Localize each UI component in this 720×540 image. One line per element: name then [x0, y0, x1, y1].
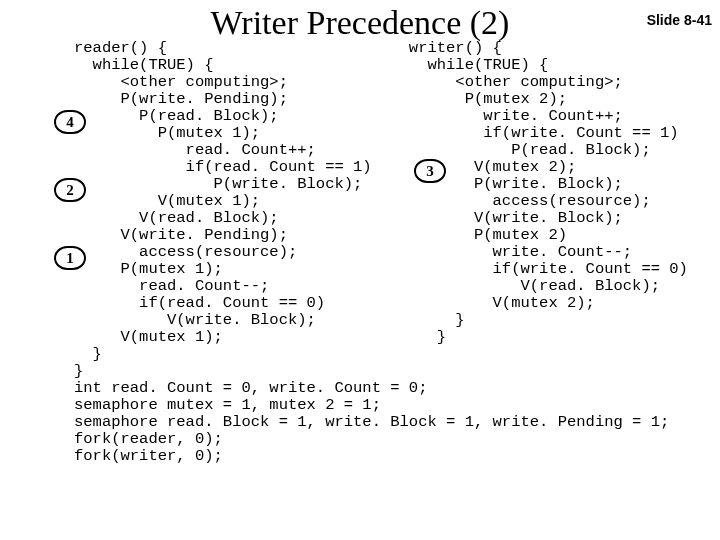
step-badge-3: 3: [414, 159, 446, 183]
code-line: V(write. Pending); P(mutex 2): [74, 226, 567, 244]
code-line: fork(reader, 0);: [74, 430, 223, 448]
code-line: }: [74, 345, 102, 363]
code-line: while(TRUE) { while(TRUE) {: [74, 56, 548, 74]
page-title: Writer Precedence (2): [0, 4, 720, 42]
code-line: reader() { writer() {: [74, 39, 502, 57]
code-block: reader() { writer() { while(TRUE) { whil…: [74, 40, 710, 465]
code-line: fork(writer, 0);: [74, 447, 223, 465]
code-line: read. Count--; V(read. Block);: [74, 277, 660, 295]
slide: Writer Precedence (2) Slide 8-41 reader(…: [0, 0, 720, 540]
code-line: V(mutex 1); }: [74, 328, 446, 346]
code-line: if(read. Count == 1) V(mutex 2);: [74, 158, 576, 176]
code-line: read. Count++; P(read. Block);: [74, 141, 651, 159]
code-line: V(read. Block); V(write. Block);: [74, 209, 623, 227]
slide-number: Slide 8-41: [647, 12, 712, 28]
code-line: semaphore read. Block = 1, write. Block …: [74, 413, 669, 431]
code-line: V(write. Block); }: [74, 311, 465, 329]
code-line: P(mutex 1); if(write. Count == 0): [74, 260, 688, 278]
code-line: P(mutex 1); if(write. Count == 1): [74, 124, 679, 142]
code-line: V(mutex 1); access(resource);: [74, 192, 651, 210]
step-badge-1: 1: [54, 246, 86, 270]
code-line: P(read. Block); write. Count++;: [74, 107, 623, 125]
step-badge-2: 2: [54, 178, 86, 202]
code-line: }: [74, 362, 83, 380]
code-line: if(read. Count == 0) V(mutex 2);: [74, 294, 595, 312]
code-line: P(write. Block); P(write. Block);: [74, 175, 623, 193]
code-line: access(resource); write. Count--;: [74, 243, 632, 261]
code-line: <other computing>; <other computing>;: [74, 73, 623, 91]
code-line: int read. Count = 0, write. Count = 0;: [74, 379, 427, 397]
step-badge-4: 4: [54, 110, 86, 134]
code-line: semaphore mutex = 1, mutex 2 = 1;: [74, 396, 381, 414]
code-line: P(write. Pending); P(mutex 2);: [74, 90, 567, 108]
